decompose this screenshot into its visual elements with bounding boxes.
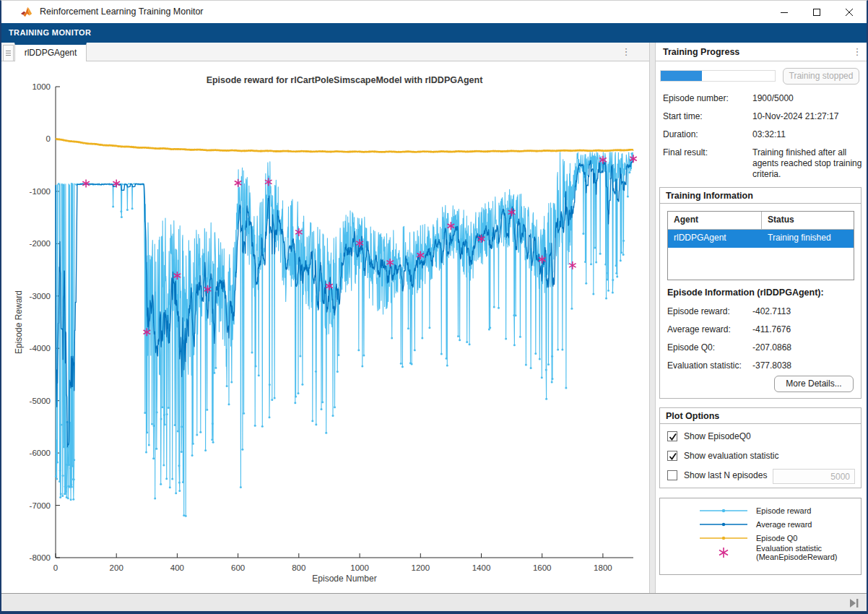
panel-header: Training Progress ⋮ [656, 43, 868, 61]
minimize-icon[interactable] [768, 1, 800, 23]
chart-legend: Episode reward Average reward Episode Q0 [659, 498, 862, 575]
training-chart: Episode reward for rlCartPoleSimscapeMod… [3, 61, 649, 593]
evaluation-statistic-label: Evaluation statistic: [667, 360, 742, 371]
legend-line-episode-reward-icon [700, 506, 747, 515]
window-title: Reinforcement Learning Training Monitor [40, 1, 204, 23]
svg-text:0: 0 [53, 563, 58, 572]
average-reward-value: -411.7676 [752, 324, 791, 334]
status-column-header: Status [762, 212, 854, 229]
show-last-n-episodes-option[interactable]: Show last N episodes [667, 470, 767, 480]
average-reward-label: Average reward: [667, 324, 731, 334]
svg-text:Episode reward for rlCartPoleS: Episode reward for rlCartPoleSimscapeMod… [207, 75, 484, 85]
svg-text:800: 800 [292, 563, 305, 572]
svg-text:1600: 1600 [533, 563, 552, 572]
svg-text:1800: 1800 [594, 563, 612, 572]
svg-text:-5000: -5000 [30, 397, 51, 405]
episode-number-label: Episode number: [663, 93, 729, 103]
progress-fill [661, 71, 702, 81]
episode-q0-label: Episode Q0: [667, 342, 715, 353]
svg-text:200: 200 [110, 563, 123, 572]
show-episodeq0-option[interactable]: Show EpisodeQ0 [667, 431, 751, 441]
plot-options-title: Plot Options [660, 408, 861, 424]
panel-menu-icon[interactable]: ⋮ [851, 44, 864, 60]
final-result-value: Training finished after all agents reach… [752, 147, 862, 180]
status-strip [1, 593, 867, 612]
svg-text:-3000: -3000 [30, 292, 51, 300]
duration-value: 03:32:11 [752, 129, 786, 139]
svg-text:400: 400 [170, 563, 184, 572]
checkbox-unchecked-icon[interactable] [667, 470, 677, 480]
checkbox-checked-icon[interactable] [667, 431, 677, 441]
legend-line-average-reward-icon [700, 520, 747, 529]
svg-text:Episode Reward: Episode Reward [14, 290, 24, 354]
ribbon-tab-training-monitor[interactable]: TRAINING MONITOR [1, 23, 867, 43]
episode-reward-value: -402.7113 [752, 306, 791, 316]
svg-text:-6000: -6000 [30, 449, 51, 457]
evaluation-statistic-value: -377.8038 [752, 360, 791, 371]
legend-item-episode-reward[interactable]: Episode reward [700, 506, 811, 516]
status-cell: Training finished [762, 230, 854, 248]
legend-item-episode-q0[interactable]: Episode Q0 [700, 533, 797, 543]
svg-text:-4000: -4000 [30, 344, 51, 353]
table-header-row: Agent Status [668, 212, 854, 230]
episode-number-value: 1900/5000 [752, 93, 794, 103]
svg-text:600: 600 [231, 563, 245, 572]
legend-line-episode-q0-icon [700, 534, 747, 542]
title-bar: Reinforcement Learning Training Monitor [1, 1, 867, 23]
training-progress-bar [660, 70, 776, 82]
panel-divider[interactable] [649, 43, 656, 594]
figure-area: Episode reward for rlCartPoleSimscapeMod… [3, 61, 649, 593]
close-icon[interactable] [833, 1, 865, 23]
agent-status-table: Agent Status rlDDPGAgent Training finish… [667, 211, 854, 280]
start-time-value: 10-Nov-2024 21:27:17 [752, 111, 838, 121]
last-n-episodes-input[interactable] [773, 469, 855, 484]
maximize-icon[interactable] [800, 1, 833, 23]
training-information-title: Training Information [660, 188, 861, 204]
duration-label: Duration: [663, 129, 698, 139]
training-information-group: Training Information Agent Status rlDDPG… [659, 187, 862, 399]
svg-text:1000: 1000 [32, 82, 51, 91]
svg-text:-8000: -8000 [30, 553, 51, 562]
episode-q0-value: -207.0868 [752, 342, 791, 353]
show-evaluation-statistic-option[interactable]: Show evaluation statistic [667, 451, 778, 461]
svg-text:-7000: -7000 [30, 501, 51, 510]
panel-title: Training Progress [663, 43, 739, 61]
agent-column-header: Agent [668, 212, 762, 229]
legend-item-evaluation-statistic[interactable]: Evaluation statistic (MeanEpisodeReward) [700, 548, 838, 558]
checkbox-checked-icon[interactable] [667, 451, 677, 461]
episode-reward-label: Episode reward: [667, 306, 730, 316]
training-progress-panel: Training Progress ⋮ Training stopped Epi… [656, 43, 868, 593]
matlab-logo-icon [20, 6, 32, 18]
training-stopped-button[interactable]: Training stopped [783, 68, 859, 85]
agent-cell: rlDDPGAgent [668, 230, 762, 248]
svg-text:1000: 1000 [350, 563, 369, 572]
svg-text:0: 0 [46, 134, 51, 143]
more-details-button[interactable]: More Details... [774, 376, 854, 392]
svg-text:Episode Number: Episode Number [312, 574, 376, 584]
tab-rlddpgagent[interactable]: rlDDPGAgent [14, 43, 87, 61]
collapse-panel-icon[interactable] [848, 597, 861, 609]
tab-overflow-menu-icon[interactable]: ⋮ [619, 44, 633, 60]
episode-information-title: Episode Information (rlDDPGAgent): [667, 287, 824, 298]
svg-text:1400: 1400 [472, 563, 491, 572]
legend-asterisk-icon [700, 544, 747, 561]
final-result-label: Final result: [663, 147, 708, 157]
svg-text:-2000: -2000 [30, 239, 51, 248]
document-list-icon[interactable] [3, 45, 14, 61]
table-row[interactable]: rlDDPGAgent Training finished [668, 230, 854, 248]
plot-options-group: Plot Options Show EpisodeQ0 Show evaluat… [659, 407, 862, 488]
legend-item-average-reward[interactable]: Average reward [700, 519, 812, 529]
start-time-label: Start time: [663, 111, 703, 121]
app-window: Reinforcement Learning Training Monitor … [0, 0, 868, 614]
svg-text:-1000: -1000 [30, 187, 51, 196]
svg-text:1200: 1200 [412, 563, 430, 572]
document-tab-strip: rlDDPGAgent ⋮ [1, 43, 649, 61]
